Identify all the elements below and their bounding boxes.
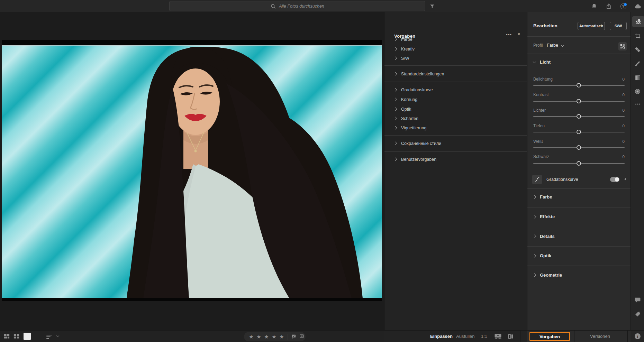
- search-input[interactable]: Alle Fotos durchsuchen: [169, 1, 425, 11]
- presets-toggle-button[interactable]: Vorgaben: [529, 332, 570, 341]
- preset-group-benutzervorgaben[interactable]: Benutzervorgaben: [384, 155, 527, 164]
- chevron-down-icon[interactable]: [56, 335, 59, 337]
- profile-browser-icon[interactable]: [618, 42, 627, 50]
- zoom-navigator-icon[interactable]: [494, 333, 502, 340]
- slider-thumb[interactable]: [577, 130, 581, 134]
- tone-curve-icon[interactable]: [532, 175, 542, 184]
- portrait-photo: [2, 45, 382, 298]
- profile-label: Profil: [533, 43, 543, 48]
- divider: [384, 151, 527, 152]
- star-rating-1[interactable]: ★: [247, 334, 255, 340]
- bottom-bar: ★ ★ ★ ★ ★ Einpassen Ausf: [0, 330, 644, 342]
- crop-rotate-tool-icon[interactable]: [631, 30, 644, 41]
- star-rating-3[interactable]: ★: [263, 334, 270, 340]
- radial-gradient-tool-icon[interactable]: [631, 86, 644, 97]
- divider: [527, 246, 631, 247]
- star-rating-5[interactable]: ★: [278, 334, 285, 340]
- comments-icon[interactable]: [631, 294, 644, 305]
- highlights-slider[interactable]: [533, 116, 625, 117]
- divider: [520, 331, 520, 342]
- effects-section-header[interactable]: Effekte: [533, 214, 555, 219]
- bw-button[interactable]: S/W: [610, 22, 627, 30]
- photo-grid-view-icon[interactable]: [3, 333, 10, 340]
- shadows-slider[interactable]: [533, 132, 625, 132]
- preset-group-sw[interactable]: S/W: [384, 54, 527, 63]
- preset-group-schaerfen[interactable]: Schärfen: [384, 114, 527, 123]
- detail-view-active-icon[interactable]: [24, 333, 31, 340]
- tone-curve-label: Gradationskurve: [546, 177, 578, 182]
- divider: [384, 82, 527, 82]
- star-rating-4[interactable]: ★: [270, 334, 278, 340]
- brush-tool-icon[interactable]: [631, 58, 644, 69]
- color-section-header[interactable]: Farbe: [533, 194, 552, 200]
- slider-thumb[interactable]: [577, 145, 581, 150]
- star-rating-2[interactable]: ★: [255, 334, 263, 340]
- preset-group-standardeinstellungen[interactable]: Standardeinstellungen: [384, 69, 527, 78]
- photo-frame[interactable]: [2, 40, 382, 301]
- details-section-header[interactable]: Details: [533, 234, 555, 239]
- optics-section-header[interactable]: Optik: [533, 253, 551, 258]
- slider-value: 0: [623, 108, 625, 112]
- preset-group-saved-styles[interactable]: Сохраненные стили: [384, 139, 527, 148]
- slider-label: Schwarz: [533, 154, 549, 159]
- before-after-split-icon[interactable]: [507, 333, 514, 340]
- presets-panel: Vorgaben ••• × Farbe Kreativ S/W Standar…: [384, 12, 527, 330]
- more-tools-ellipsis-icon[interactable]: [631, 99, 644, 109]
- notifications-bell-icon[interactable]: [590, 2, 598, 10]
- filter-icon[interactable]: [428, 2, 436, 10]
- chevron-right-icon: [394, 117, 397, 120]
- contrast-slider[interactable]: [533, 101, 625, 102]
- cloud-sync-icon[interactable]: [634, 2, 642, 10]
- divider: [384, 65, 527, 66]
- whites-slider[interactable]: [533, 147, 625, 148]
- chevron-right-icon: [533, 274, 536, 277]
- sort-icon[interactable]: [46, 333, 53, 340]
- flag-pick-icon[interactable]: [291, 334, 297, 340]
- flag-reject-icon[interactable]: [299, 334, 305, 340]
- healing-brush-tool-icon[interactable]: [631, 44, 644, 55]
- preset-group-optik[interactable]: Optik: [384, 104, 527, 114]
- preset-group-vignettierung[interactable]: Vignettierung: [384, 123, 527, 132]
- preset-group-koernung[interactable]: Körnung: [384, 95, 527, 104]
- slider-thumb[interactable]: [577, 83, 581, 87]
- chevron-right-icon: [394, 88, 397, 92]
- slider-thumb[interactable]: [577, 114, 581, 119]
- versions-button[interactable]: Versionen: [584, 334, 616, 339]
- linear-gradient-tool-icon[interactable]: [631, 72, 644, 83]
- edit-panel: Bearbeiten Automatisch S/W Profil Farbe: [527, 12, 631, 330]
- profile-dropdown[interactable]: Farbe: [547, 43, 564, 48]
- fill-zoom-button[interactable]: Ausfüllen: [456, 334, 474, 339]
- preset-group-kreativ[interactable]: Kreativ: [384, 44, 527, 54]
- collapse-arrow-icon[interactable]: [624, 178, 626, 181]
- slider-label: Tiefen: [533, 123, 545, 128]
- rating-flags-pill: ★ ★ ★ ★ ★: [244, 332, 306, 341]
- divider: [41, 333, 41, 340]
- divider: [527, 54, 631, 54]
- top-bar: Alle Fotos durchsuchen ?: [0, 0, 644, 12]
- tone-curve-toggle[interactable]: [610, 177, 619, 182]
- chevron-down-icon: [533, 60, 536, 63]
- divider: [527, 207, 631, 207]
- exposure-slider[interactable]: [533, 85, 625, 86]
- slider-thumb[interactable]: [577, 161, 581, 166]
- chevron-right-icon: [533, 195, 536, 199]
- light-section-header[interactable]: Licht: [533, 59, 551, 65]
- share-icon[interactable]: [605, 2, 613, 10]
- keywords-tag-icon[interactable]: [631, 309, 644, 320]
- edit-sliders-tool-icon[interactable]: [632, 16, 644, 27]
- info-icon[interactable]: i: [635, 333, 641, 339]
- divider: [627, 331, 628, 342]
- geometry-section-header[interactable]: Geometrie: [533, 272, 562, 278]
- auto-button[interactable]: Automatisch: [578, 22, 605, 30]
- preset-group-gradationskurve[interactable]: Gradationskurve: [384, 85, 527, 94]
- portrait-subject-illustration: [2, 45, 382, 298]
- preset-group-farbe[interactable]: Farbe: [384, 35, 527, 44]
- one-to-one-zoom-button[interactable]: 1:1: [481, 334, 487, 339]
- slider-thumb[interactable]: [577, 99, 581, 103]
- square-grid-view-icon[interactable]: [13, 333, 20, 340]
- chevron-right-icon: [533, 215, 536, 219]
- fit-zoom-button[interactable]: Einpassen: [430, 334, 453, 339]
- help-icon[interactable]: ?: [619, 2, 627, 10]
- chevron-right-icon: [394, 158, 397, 161]
- blacks-slider[interactable]: [533, 163, 625, 164]
